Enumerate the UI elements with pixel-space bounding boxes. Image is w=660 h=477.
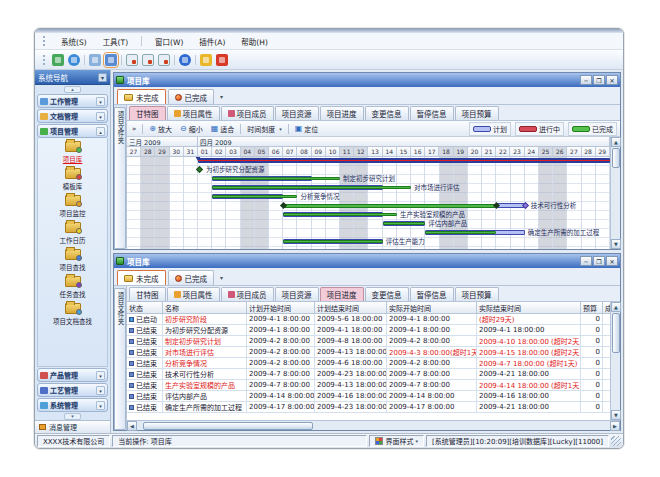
subtab-项目进度[interactable]: 项目进度 <box>320 287 364 301</box>
table-vertical-scrollbar[interactable]: ▲ ▼ <box>610 302 620 420</box>
sidebar-group-产品管理[interactable]: 产品管理▾ <box>37 368 108 382</box>
sidebar-item-工作日历[interactable]: 工作日历 <box>38 222 107 245</box>
fit-button[interactable]: ▦适合 <box>209 123 237 135</box>
scroll-left-icon[interactable]: ◀ <box>127 421 137 431</box>
menu-item[interactable]: 窗口(W) <box>152 35 186 48</box>
table-row[interactable]: 已结束确定生产所需的加工过程2009-4-17 8:00:002009-4-23… <box>127 402 610 413</box>
actual-bar[interactable] <box>425 231 496 234</box>
actual-bar[interactable] <box>212 195 297 198</box>
more-tools-button[interactable]: » <box>130 124 138 134</box>
ui-style-selector[interactable]: 界面样式 ▾ <box>369 435 424 447</box>
scroll-right-icon[interactable]: ▶ <box>610 421 620 431</box>
open-icon[interactable] <box>89 54 101 66</box>
time-scale-button[interactable]: 时间刻度▾ <box>245 123 284 135</box>
toolbar-grip[interactable] <box>43 36 46 46</box>
subtab-项目成员[interactable]: 项目成员 <box>221 106 274 120</box>
table-horizontal-scrollbar[interactable]: ◀ ▶ <box>127 420 620 430</box>
chevron-down-icon[interactable]: ▾ <box>96 97 105 106</box>
gantt-grid[interactable]: 为初步研究分配资源制定初步研究计划对市场进行评估分析竞争情况技术可行性分析生产实… <box>127 157 610 249</box>
tab-已完成[interactable]: 已完成 <box>168 89 215 104</box>
subtab-项目进度[interactable]: 项目进度 <box>320 106 364 120</box>
gantt-window-titlebar[interactable]: 项目库 ─ ❐ ✕ <box>114 73 620 87</box>
resize-grip[interactable] <box>611 436 621 446</box>
subtab-变更信息[interactable]: 变更信息 <box>365 287 409 301</box>
report-icon[interactable] <box>126 54 138 66</box>
subtab-甘特图[interactable]: 甘特图 <box>129 287 166 301</box>
chevron-down-icon[interactable]: ▾ <box>96 371 105 380</box>
table-row[interactable]: 已结束制定初步研究计划2009-4-2 8:00:002009-4-8 18:0… <box>127 336 610 347</box>
subtab-项目成员[interactable]: 项目成员 <box>221 287 274 301</box>
restore-button[interactable]: ❐ <box>593 256 605 266</box>
actual-bar[interactable] <box>283 213 397 216</box>
menu-item[interactable]: 工具(T) <box>100 35 131 48</box>
project-summary-bar[interactable] <box>198 158 610 163</box>
sidebar-overflow[interactable]: ▾ <box>35 412 110 420</box>
sidebar-group-系统管理[interactable]: 系统管理▾ <box>37 398 108 412</box>
subtab-项目属性[interactable]: 项目属性 <box>167 106 220 120</box>
sidebar-group-工作管理[interactable]: 工作管理▾ <box>37 94 108 108</box>
subtab-项目资源[interactable]: 项目资源 <box>275 287 319 301</box>
menu-item[interactable]: 插件(A) <box>196 35 228 48</box>
column-header-实际结束时间[interactable]: 实际结束时间 <box>477 302 581 314</box>
connect-icon[interactable] <box>52 54 64 66</box>
table-row[interactable]: 已结束对市场进行评估2009-4-2 8:00:002009-4-13 18:0… <box>127 347 610 358</box>
toolbar-grip2[interactable] <box>43 55 46 65</box>
scroll-up-icon[interactable]: ▲ <box>611 302 621 312</box>
subtab-暂停信息[interactable]: 暂停信息 <box>410 287 454 301</box>
sidebar-item-项目查找[interactable]: 项目查找 <box>38 249 107 272</box>
sidebar-group-项目管理[interactable]: 项目管理▴ <box>37 124 108 138</box>
menu-item[interactable]: 系统(S) <box>58 35 90 48</box>
menu-item[interactable]: 帮助(H) <box>238 35 271 48</box>
subtab-甘特图[interactable]: 甘特图 <box>129 106 166 120</box>
tab-已完成[interactable]: 已完成 <box>168 270 215 285</box>
scroll-thumb[interactable] <box>612 148 620 168</box>
zoom-in-button[interactable]: ⊕放大 <box>147 123 174 135</box>
zoom-out-button[interactable]: ⊖缩小 <box>178 123 205 135</box>
subtab-项目预算[interactable]: 项目预算 <box>455 106 499 120</box>
table-row[interactable]: 已启动初步研究阶段2009-4-1 8:00:002009-5-6 18:00:… <box>127 314 610 325</box>
gantt-vertical-scrollbar[interactable]: ▲ ▼ <box>610 137 620 249</box>
subtab-项目预算[interactable]: 项目预算 <box>455 287 499 301</box>
exit-icon[interactable] <box>216 54 228 66</box>
sidebar-group-工艺管理[interactable]: 工艺管理▾ <box>37 383 108 397</box>
locate-button[interactable]: ▣定位 <box>293 123 321 135</box>
summary-plan-extension[interactable] <box>496 203 524 208</box>
minimize-button[interactable]: ─ <box>580 256 592 266</box>
column-header-计划开始时间[interactable]: 计划开始时间 <box>247 302 315 314</box>
chevron-down-icon[interactable]: ▾ <box>96 401 105 410</box>
chevron-up-icon[interactable]: ▴ <box>96 127 105 136</box>
sidebar-collapse-strip[interactable]: ▴ <box>35 85 110 93</box>
scroll-down-icon[interactable]: ▼ <box>611 239 621 249</box>
subtab-项目资源[interactable]: 项目资源 <box>275 106 319 120</box>
tab-未完成[interactable]: 未完成 <box>117 270 166 285</box>
table-row[interactable]: 已结束评估内部产品2009-4-14 8:00:002009-4-16 18:0… <box>127 391 610 402</box>
close-button[interactable]: ✕ <box>606 256 618 266</box>
table-row[interactable]: 已结束生产实验室规模的产品2009-4-7 8:00:002009-4-13 1… <box>127 380 610 391</box>
column-header-实际开始时间[interactable]: 实际开始时间 <box>387 302 477 314</box>
column-header-成本[interactable]: 成本 <box>603 302 610 314</box>
save-icon[interactable] <box>105 54 117 66</box>
help-icon[interactable] <box>179 54 191 66</box>
column-header-计划结束时间[interactable]: 计划结束时间 <box>315 302 387 314</box>
column-header-状态[interactable]: 状态 <box>127 302 163 314</box>
close-button[interactable]: ✕ <box>606 75 618 85</box>
chevron-down-icon[interactable]: ▾ <box>96 112 105 121</box>
restore-button[interactable]: ❐ <box>593 75 605 85</box>
scroll-down-icon[interactable]: ▼ <box>611 410 621 420</box>
project-folders-vertical-tab[interactable]: 项目文件夹 <box>114 288 126 430</box>
summary-complete-bar[interactable] <box>283 204 496 208</box>
table-window-titlebar[interactable]: 项目库 ─ ❐ ✕ <box>114 254 620 268</box>
sidebar-item-任务查找[interactable]: 任务查找 <box>38 276 107 299</box>
sidebar-item-模板库[interactable]: 模板库 <box>38 168 107 191</box>
minimize-button[interactable]: ─ <box>580 75 592 85</box>
actual-bar[interactable] <box>212 177 340 180</box>
plan-icon[interactable] <box>158 54 170 66</box>
sidebar-group-文档管理[interactable]: 文档管理▾ <box>37 109 108 123</box>
audit-icon[interactable] <box>142 54 154 66</box>
tab-未完成[interactable]: 未完成 <box>117 89 166 104</box>
sidebar-item-项目监控[interactable]: 项目监控 <box>38 195 107 218</box>
scroll-up-icon[interactable]: ▲ <box>611 137 621 147</box>
column-header-名称[interactable]: 名称 <box>163 302 247 314</box>
tab-overflow-icon[interactable]: ▾ <box>220 274 223 281</box>
subtab-变更信息[interactable]: 变更信息 <box>365 106 409 120</box>
